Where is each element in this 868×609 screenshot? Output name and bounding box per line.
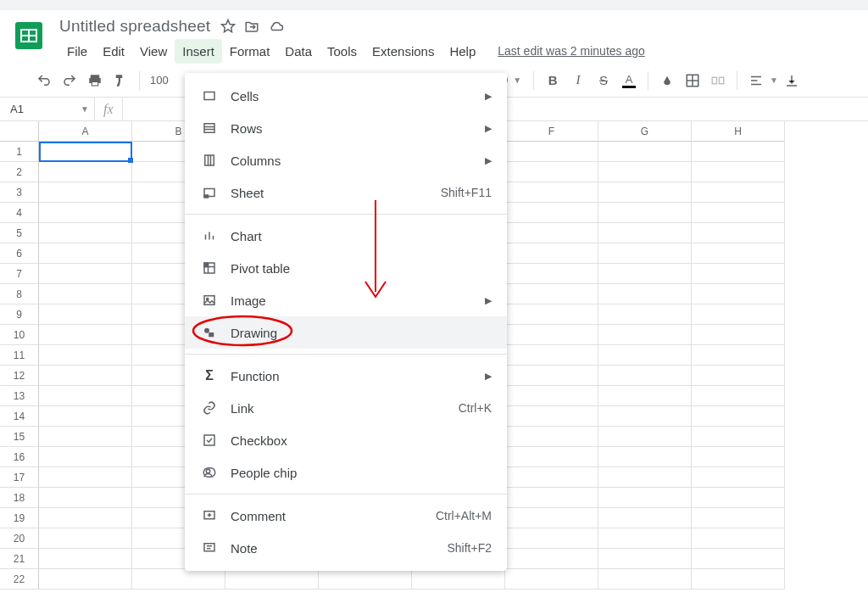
cell[interactable] xyxy=(505,467,598,488)
cell[interactable] xyxy=(505,304,598,325)
menu-item-sheet[interactable]: SheetShift+F11 xyxy=(185,176,507,209)
cell[interactable] xyxy=(39,549,132,569)
cell[interactable] xyxy=(319,569,412,589)
cell[interactable] xyxy=(692,569,785,589)
cell[interactable] xyxy=(692,508,785,528)
cell[interactable] xyxy=(505,345,598,366)
menu-view[interactable]: View xyxy=(132,39,175,64)
cell[interactable] xyxy=(39,325,132,345)
cell[interactable] xyxy=(505,427,598,447)
cell[interactable] xyxy=(505,447,598,467)
row-header[interactable]: 13 xyxy=(0,386,39,406)
cell[interactable] xyxy=(505,569,598,589)
cell[interactable] xyxy=(598,142,692,162)
horizontal-align-icon[interactable] xyxy=(744,69,768,92)
menu-item-image[interactable]: Image▶ xyxy=(185,284,507,316)
cell[interactable] xyxy=(505,488,598,508)
row-header[interactable]: 2 xyxy=(0,162,39,182)
row-header[interactable]: 14 xyxy=(0,406,39,427)
document-title[interactable]: Untitled spreadsheet xyxy=(59,17,210,36)
menu-help[interactable]: Help xyxy=(442,39,483,64)
cell[interactable] xyxy=(39,366,132,386)
menu-item-columns[interactable]: Columns▶ xyxy=(185,144,507,176)
cell[interactable] xyxy=(692,304,785,325)
column-header[interactable]: F xyxy=(505,121,598,142)
cell[interactable] xyxy=(505,528,598,549)
merge-icon[interactable] xyxy=(706,69,730,92)
menu-item-chart[interactable]: Chart xyxy=(185,220,507,252)
cell[interactable] xyxy=(505,142,598,162)
cell[interactable] xyxy=(39,467,132,488)
row-header[interactable]: 18 xyxy=(0,488,39,508)
menu-item-link[interactable]: LinkCtrl+K xyxy=(185,392,507,424)
row-header[interactable]: 8 xyxy=(0,284,39,304)
cell[interactable] xyxy=(39,284,132,304)
cell[interactable] xyxy=(692,366,785,386)
cell[interactable] xyxy=(692,386,785,406)
menu-item-function[interactable]: ΣFunction▶ xyxy=(185,360,507,392)
cell[interactable] xyxy=(505,284,598,304)
cell[interactable] xyxy=(692,182,785,203)
cell[interactable] xyxy=(692,264,785,284)
redo-icon[interactable] xyxy=(58,69,81,92)
fill-color-icon[interactable] xyxy=(655,69,679,92)
menu-edit[interactable]: Edit xyxy=(95,39,132,64)
row-header[interactable]: 1 xyxy=(0,142,39,162)
cell[interactable] xyxy=(505,386,598,406)
cell[interactable] xyxy=(598,528,692,549)
row-header[interactable]: 21 xyxy=(0,549,39,569)
cell[interactable] xyxy=(505,406,598,427)
cell[interactable] xyxy=(598,182,692,203)
sheets-logo[interactable] xyxy=(10,17,47,54)
last-edit-link[interactable]: Last edit was 2 minutes ago xyxy=(490,39,653,64)
cell[interactable] xyxy=(598,203,692,223)
vertical-align-icon[interactable] xyxy=(780,69,804,92)
cell[interactable] xyxy=(39,569,132,589)
cell[interactable] xyxy=(598,569,692,589)
cell[interactable] xyxy=(692,223,785,243)
cell[interactable] xyxy=(505,366,598,386)
menu-item-cells[interactable]: Cells▶ xyxy=(185,80,507,112)
cell[interactable] xyxy=(692,447,785,467)
cell[interactable] xyxy=(598,304,692,325)
column-header[interactable]: G xyxy=(598,121,692,142)
row-header[interactable]: 4 xyxy=(0,203,39,223)
row-header[interactable]: 6 xyxy=(0,243,39,264)
menu-item-note[interactable]: NoteShift+F2 xyxy=(185,532,507,564)
bold-icon[interactable]: B xyxy=(541,69,565,92)
cell[interactable] xyxy=(39,203,132,223)
column-header[interactable]: A xyxy=(39,121,132,142)
cell[interactable] xyxy=(598,223,692,243)
cell[interactable] xyxy=(225,569,319,589)
cell[interactable] xyxy=(598,284,692,304)
cell[interactable] xyxy=(692,345,785,366)
italic-icon[interactable]: I xyxy=(566,69,590,92)
row-header[interactable]: 17 xyxy=(0,467,39,488)
cell[interactable] xyxy=(39,223,132,243)
cell[interactable] xyxy=(412,569,505,589)
cell[interactable] xyxy=(598,508,692,528)
menu-tools[interactable]: Tools xyxy=(320,39,364,64)
cell[interactable] xyxy=(39,447,132,467)
menu-item-pivot-table[interactable]: Pivot table xyxy=(185,252,507,284)
cell[interactable] xyxy=(692,203,785,223)
cell[interactable] xyxy=(692,467,785,488)
cell[interactable] xyxy=(598,549,692,569)
cell[interactable] xyxy=(39,427,132,447)
menu-item-people-chip[interactable]: People chip xyxy=(185,456,507,489)
paint-format-icon[interactable] xyxy=(108,69,132,92)
cell[interactable] xyxy=(505,223,598,243)
cell[interactable] xyxy=(39,386,132,406)
cell[interactable] xyxy=(598,406,692,427)
cell[interactable] xyxy=(692,406,785,427)
cell[interactable] xyxy=(692,162,785,182)
print-icon[interactable] xyxy=(83,69,107,92)
row-header[interactable]: 10 xyxy=(0,325,39,345)
cell[interactable] xyxy=(39,345,132,366)
cell[interactable] xyxy=(505,203,598,223)
menu-file[interactable]: File xyxy=(59,39,95,64)
cell[interactable] xyxy=(598,427,692,447)
cell[interactable] xyxy=(39,243,132,264)
cell[interactable] xyxy=(39,304,132,325)
row-header[interactable]: 15 xyxy=(0,427,39,447)
